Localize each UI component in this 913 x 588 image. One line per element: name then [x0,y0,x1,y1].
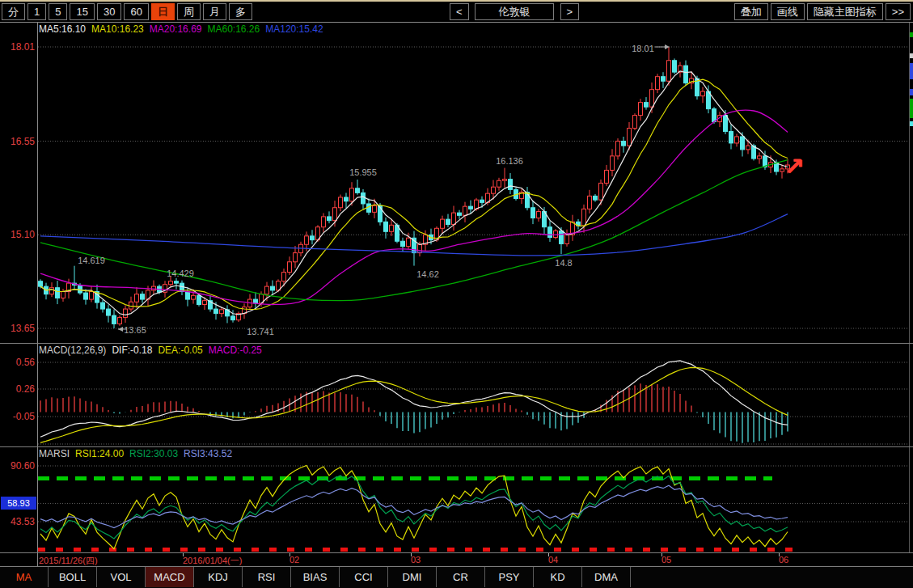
tab-VOL[interactable]: VOL [97,567,146,587]
tab-DMI[interactable]: DMI [388,567,437,587]
macd-legend-segment-2: DEA:-0.05 [158,345,202,356]
date-axis-tick [779,553,780,556]
rsi-legend-segment-2: RSI2:30.03 [129,448,178,459]
macd-axis-label: -0.05 [0,411,35,422]
annotation-arrowhead [118,327,123,332]
indicator-tab-bar: MABOLLVOLMACDKDJRSIBIASCCIDMICRPSYKDDMA [0,567,913,588]
macd-legend: MACD(12,26,9)DIF:-0.18DEA:-0.05MACD:-0.2… [39,345,268,356]
ma60-line [40,160,788,301]
price-annotation: 16.136 [496,156,523,166]
price-annotation: 15.955 [349,167,377,177]
date-axis-label: 2015/11/26(四) [39,555,98,567]
ma-legend-segment-4: MA120:15.42 [265,23,323,35]
ma-legend-segment-2: MA20:16.69 [150,23,202,35]
price-axis-label: 16.55 [0,136,35,147]
date-axis-label: 03 [411,555,421,565]
rsi-axis-label: 43.53 [0,516,35,527]
ma-legend-segment-3: MA60:16.26 [207,23,260,35]
chart-canvas[interactable] [0,0,913,588]
date-axis-label: 2016/01/04(一) [183,555,242,567]
date-axis-label: 06 [779,555,788,565]
tab-MACD[interactable]: MACD [146,567,194,587]
right-strip-mark-3 [910,89,913,95]
tab-RSI[interactable]: RSI [243,567,291,587]
buy-signal-arrow: ↗ [784,152,804,180]
ma-legend-segment-1: MA10:16.23 [91,23,144,35]
right-strip-mark-1 [910,53,913,58]
ma10-line [40,79,788,309]
tab-PSY[interactable]: PSY [485,567,534,587]
panel-separator-macd-rsi [0,446,913,447]
date-axis-label: 05 [662,555,671,565]
price-annotation: 18.01 [632,44,654,53]
rsi-axis-label: 90.60 [0,460,35,472]
tab-KD[interactable]: KD [534,567,582,587]
price-annotation: 14.429 [167,269,194,278]
date-axis-tick [662,553,662,556]
macd-axis-label: 0.26 [0,383,35,395]
price-axis-label: 18.01 [0,41,35,53]
rsi-legend-segment-3: RSI3:43.52 [184,448,232,459]
date-axis-tick [290,553,290,556]
right-strip-mark-0 [910,32,913,37]
price-axis-label: 13.65 [0,323,35,334]
macd-axis-label: 0.56 [0,357,35,368]
rsi-legend: MARSIRSI1:24.00RSI2:30.03RSI3:43.52 [39,448,238,459]
right-strip-mark-5 [910,121,913,126]
candles-group [39,47,790,328]
price-axis-label: 15.10 [0,229,35,240]
date-axis-tick [548,553,549,556]
price-annotation: 14.62 [416,269,439,279]
right-strip-mark-2 [910,63,913,79]
ma5-line [40,71,788,315]
panel-separator-rsi-dates [0,552,913,553]
tab-DMA[interactable]: DMA [582,567,631,587]
date-axis-label: 04 [548,555,558,565]
right-strip-mark-4 [910,99,913,118]
panel-separator-main-macd [0,343,913,344]
rsi-legend-segment-0: MARSI [39,448,70,459]
macd-histogram [40,383,788,442]
tab-CCI[interactable]: CCI [340,567,388,587]
tab-BIAS[interactable]: BIAS [291,567,340,587]
ma-legend-segment-0: MA5:16.10 [39,23,86,35]
price-annotation: 14.619 [78,256,105,265]
tab-KDJ[interactable]: KDJ [194,567,243,587]
ma-legend: MA5:16.10MA10:16.23MA20:16.69MA60:16.26M… [39,23,329,35]
tab-MA[interactable]: MA [0,567,49,587]
price-axis-line [37,23,38,566]
rsi-legend-segment-1: RSI1:24.00 [75,448,124,459]
price-annotation: 14.8 [555,258,572,268]
date-axis-label: 02 [290,555,299,565]
date-axis-tick [411,553,412,556]
date-axis-tick [183,553,184,556]
rsi-current-value-badge: 58.93 [1,497,36,510]
macd-legend-segment-0: MACD(12,26,9) [39,345,106,356]
macd-legend-segment-1: DIF:-0.18 [112,345,152,356]
tab-BOLL[interactable]: BOLL [49,567,97,587]
tab-CR[interactable]: CR [437,567,485,587]
price-annotation: 13.65 [124,325,146,335]
price-annotation: 13.741 [247,327,274,336]
macd-legend-segment-3: MACD:-0.25 [209,345,262,356]
ma20-line [40,110,788,304]
